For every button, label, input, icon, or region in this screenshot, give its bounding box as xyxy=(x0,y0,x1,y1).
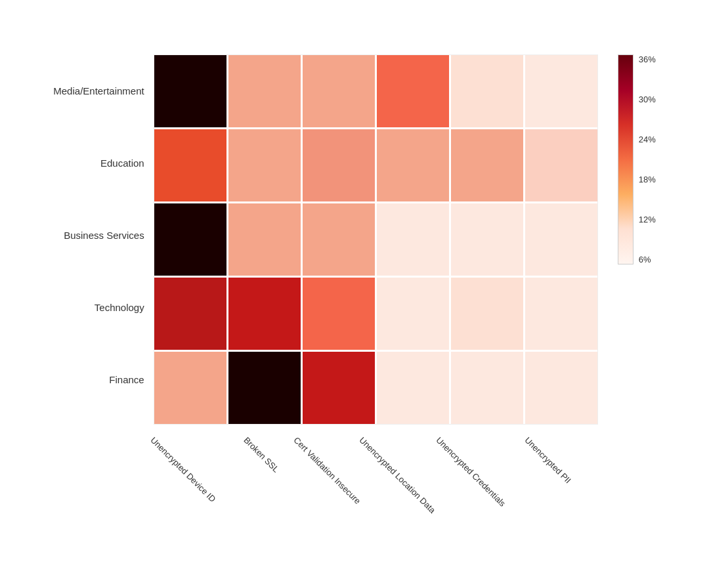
cell-2-4 xyxy=(451,203,523,276)
x-label-wrapper-4: Unencrypted Credentials xyxy=(442,430,515,445)
cell-4-4 xyxy=(451,352,523,424)
y-label-4: Finance xyxy=(53,343,148,415)
legend-label-3: 18% xyxy=(639,175,656,184)
cell-4-3 xyxy=(377,352,449,424)
cell-2-0 xyxy=(154,203,226,276)
cell-1-2 xyxy=(303,129,375,201)
cell-0-5 xyxy=(525,55,597,127)
cell-1-4 xyxy=(451,129,523,201)
legend: 36%30%24%18%12%6% xyxy=(618,54,656,383)
x-label-1: Broken SSL xyxy=(242,435,281,474)
x-label-5: Unencrypted PII xyxy=(523,435,573,486)
left-section: Media/EntertainmentEducationBusiness Ser… xyxy=(53,54,597,534)
legend-labels: 36%30%24%18%12%6% xyxy=(639,54,656,264)
x-label-wrapper-3: Unencrypted Location Data xyxy=(370,430,442,445)
cell-2-3 xyxy=(377,203,449,276)
cell-3-3 xyxy=(377,278,449,350)
cell-4-1 xyxy=(228,352,301,424)
legend-label-5: 6% xyxy=(639,255,656,264)
cell-0-1 xyxy=(228,55,301,127)
legend-label-4: 12% xyxy=(639,215,656,224)
chart-container: Media/EntertainmentEducationBusiness Ser… xyxy=(40,41,668,547)
heatmap-grid xyxy=(154,54,598,425)
y-labels: Media/EntertainmentEducationBusiness Ser… xyxy=(53,54,148,534)
legend-label-0: 36% xyxy=(639,54,656,64)
y-label-0: Media/Entertainment xyxy=(53,54,148,127)
cell-1-5 xyxy=(525,129,597,201)
cell-3-4 xyxy=(451,278,523,350)
cell-2-5 xyxy=(525,203,597,276)
cell-0-4 xyxy=(451,55,523,127)
cell-3-0 xyxy=(154,278,226,350)
cell-4-5 xyxy=(525,352,597,424)
x-label-2: Cert Validation Insecure xyxy=(291,435,362,506)
legend-label-2: 24% xyxy=(639,135,656,144)
legend-bar xyxy=(618,54,634,264)
cell-1-1 xyxy=(228,129,301,201)
cell-0-0 xyxy=(154,55,226,127)
x-label-0: Unencrypted Device ID xyxy=(148,435,217,504)
x-label-wrapper-1: Broken SSL xyxy=(226,430,298,445)
grid-and-xlabels: Unencrypted Device IDBroken SSLCert Vali… xyxy=(154,54,598,445)
legend-label-1: 30% xyxy=(639,94,656,104)
cell-0-3 xyxy=(377,55,449,127)
cell-4-0 xyxy=(154,352,226,424)
cell-4-2 xyxy=(303,352,375,424)
cell-2-1 xyxy=(228,203,301,276)
cell-0-2 xyxy=(303,55,375,127)
x-label-4: Unencrypted Credentials xyxy=(435,435,508,509)
x-label-3: Unencrypted Location Data xyxy=(357,435,437,515)
cell-1-0 xyxy=(154,129,226,201)
y-label-3: Technology xyxy=(53,271,148,343)
cell-3-1 xyxy=(228,278,301,350)
y-label-2: Business Services xyxy=(53,199,148,271)
cell-3-2 xyxy=(303,278,375,350)
cell-2-2 xyxy=(303,203,375,276)
legend-row: 36%30%24%18%12%6% xyxy=(618,54,656,264)
x-labels: Unencrypted Device IDBroken SSLCert Vali… xyxy=(154,430,598,445)
x-label-wrapper-0: Unencrypted Device ID xyxy=(154,430,226,445)
x-label-wrapper-5: Unencrypted PII xyxy=(515,430,587,445)
cell-3-5 xyxy=(525,278,597,350)
cell-1-3 xyxy=(377,129,449,201)
y-label-1: Education xyxy=(53,127,148,199)
